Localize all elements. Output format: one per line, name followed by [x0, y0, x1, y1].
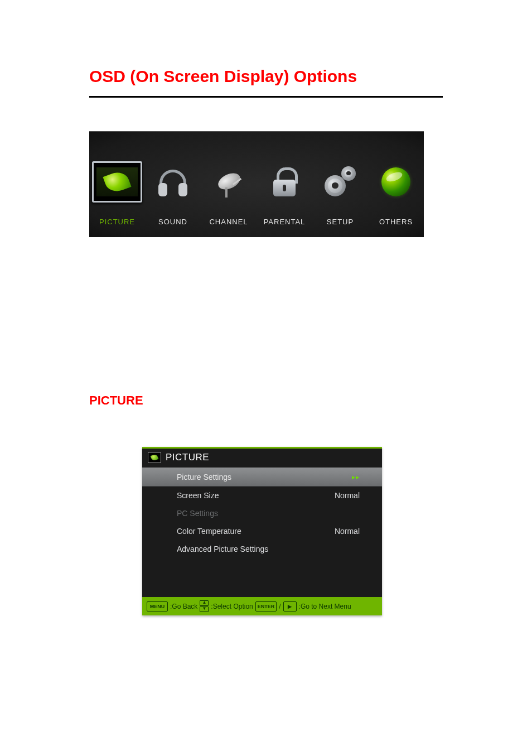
row-pc-settings: PC Settings: [142, 504, 382, 522]
row-label: Screen Size: [177, 491, 219, 500]
row-value: Normal: [335, 527, 360, 536]
slash: /: [279, 603, 280, 610]
footer-select: :Select Option: [211, 603, 253, 610]
globe-icon: [381, 167, 410, 196]
tab-sound-label: SOUND: [145, 218, 201, 226]
tab-picture-label: PICTURE: [89, 218, 145, 226]
right-key-icon: ▶: [283, 601, 297, 611]
row-picture-settings[interactable]: Picture Settings ▸▸: [142, 468, 382, 487]
row-advanced-picture-settings[interactable]: Advanced Picture Settings: [142, 540, 382, 558]
headphones-icon: [157, 166, 188, 198]
tab-picture[interactable]: PICTURE: [89, 152, 145, 226]
row-screen-size[interactable]: Screen Size Normal: [142, 487, 382, 504]
tab-channel[interactable]: CHANNEL: [201, 152, 257, 226]
tab-parental-label: PARENTAL: [257, 218, 312, 226]
row-label: Color Temperature: [177, 527, 241, 536]
row-color-temperature[interactable]: Color Temperature Normal: [142, 522, 382, 540]
row-label: Picture Settings: [177, 473, 231, 481]
title-underline: [89, 96, 443, 98]
tab-parental[interactable]: PARENTAL: [257, 152, 312, 226]
tab-setup[interactable]: SETUP: [312, 152, 368, 226]
tab-setup-label: SETUP: [312, 218, 368, 226]
tab-others-label: OTHERS: [368, 218, 424, 226]
picture-mini-icon: [148, 452, 161, 463]
picture-submenu: PICTURE Picture Settings ▸▸ Screen Size …: [142, 447, 382, 615]
section-heading-picture: PICTURE: [89, 393, 443, 408]
satellite-dish-icon: [213, 166, 244, 198]
footer-go-back: :Go Back: [170, 603, 197, 610]
submenu-title: PICTURE: [166, 452, 209, 463]
enter-arrows-icon: ▸▸: [352, 473, 360, 481]
updown-key-icon: ▲▼: [200, 600, 209, 612]
row-value: Normal: [335, 491, 360, 500]
submenu-footer: MENU :Go Back ▲▼ :Select Option ENTER / …: [142, 597, 382, 615]
row-label: Advanced Picture Settings: [177, 545, 268, 553]
tab-others[interactable]: OTHERS: [368, 152, 424, 226]
picture-icon: [92, 161, 142, 203]
enter-key-icon: ENTER: [255, 601, 277, 611]
submenu-header: PICTURE: [142, 449, 382, 466]
menu-key-icon: MENU: [147, 601, 168, 611]
lock-icon: [271, 167, 298, 196]
tab-channel-label: CHANNEL: [201, 218, 257, 226]
footer-next: :Go to Next Menu: [299, 603, 351, 610]
gear-icon: [325, 166, 356, 198]
page-title: OSD (On Screen Display) Options: [89, 67, 443, 86]
osd-menu-bar: PICTURE SOUND CHANNEL: [89, 131, 424, 237]
row-label: PC Settings: [177, 509, 218, 518]
tab-sound[interactable]: SOUND: [145, 152, 201, 226]
